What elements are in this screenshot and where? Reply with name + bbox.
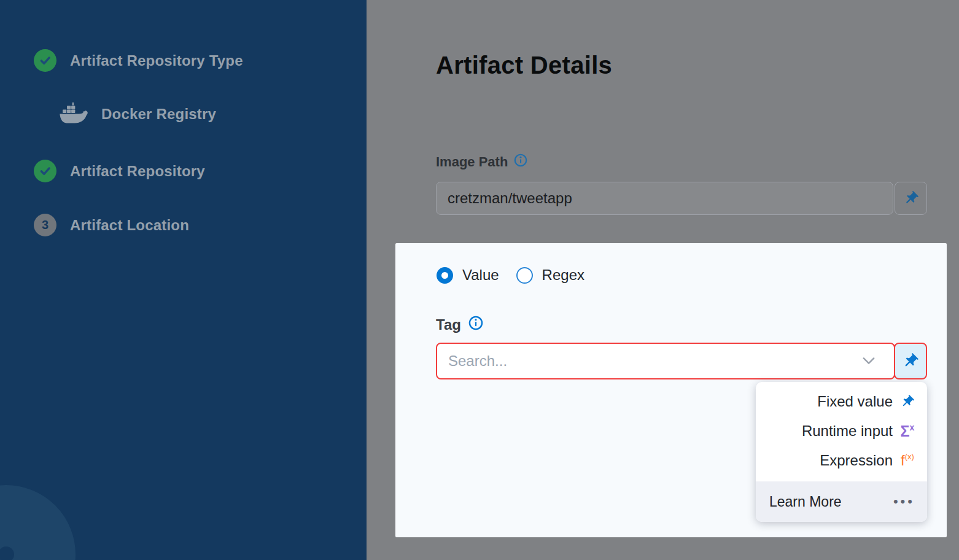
radio-option-value[interactable]: Value (437, 266, 499, 284)
radio-unselected-icon[interactable] (516, 267, 533, 284)
info-icon[interactable] (468, 316, 483, 334)
radio-label: Value (462, 266, 499, 284)
substep-label: Docker Registry (101, 106, 216, 123)
docker-whale-icon (58, 101, 89, 127)
info-icon[interactable] (514, 154, 527, 171)
sidebar-step-artifact-location[interactable]: 3 Artifact Location (34, 214, 189, 236)
radio-selected-icon[interactable] (437, 267, 453, 284)
tag-pin-button[interactable] (894, 343, 927, 379)
tag-type-radio-group: Value Regex (437, 266, 584, 284)
fx-icon: f(x) (898, 452, 917, 469)
menu-item-expression[interactable]: Expression f(x) (756, 446, 927, 475)
pin-icon (898, 394, 917, 409)
sidebar-step-artifact-repository[interactable]: Artifact Repository (34, 160, 205, 182)
image-path-pin-button[interactable] (895, 182, 927, 215)
radio-label: Regex (542, 266, 584, 284)
more-options-icon[interactable]: ••• (893, 495, 915, 508)
step-complete-icon (34, 49, 56, 72)
value-type-menu: Fixed value Runtime input Σx Expression … (756, 382, 927, 522)
page-title: Artifact Details (436, 52, 612, 79)
menu-item-runtime-input[interactable]: Runtime input Σx (756, 416, 927, 446)
sidebar-substep-docker-registry[interactable]: Docker Registry (58, 101, 216, 127)
image-path-input[interactable] (436, 182, 893, 215)
step-label: Artifact Repository Type (70, 52, 243, 69)
step-complete-icon (34, 160, 56, 182)
step-label: Artifact Repository (70, 163, 205, 180)
wizard-sidebar: Artifact Repository Type Docker Registry… (0, 0, 367, 560)
radio-option-regex[interactable]: Regex (516, 266, 584, 284)
decorative-ring (0, 485, 76, 560)
menu-item-fixed-value[interactable]: Fixed value (756, 387, 927, 416)
tag-field-row (436, 343, 927, 379)
step-number-badge: 3 (34, 214, 56, 236)
image-path-field-row (436, 182, 927, 215)
sidebar-step-artifact-repository-type[interactable]: Artifact Repository Type (34, 49, 243, 72)
image-path-label: Image Path (436, 154, 527, 171)
learn-more-link[interactable]: Learn More (769, 494, 842, 510)
tag-label: Tag (436, 316, 483, 334)
sigma-x-icon: Σx (898, 422, 917, 440)
menu-footer: Learn More ••• (756, 481, 927, 522)
tag-search-input[interactable] (436, 343, 895, 379)
step-label: Artifact Location (70, 217, 189, 234)
chevron-down-icon[interactable] (862, 356, 876, 368)
